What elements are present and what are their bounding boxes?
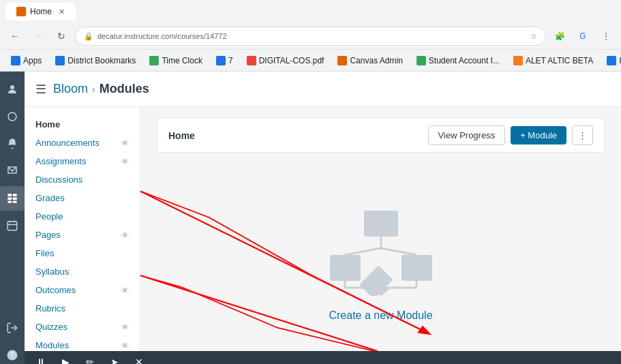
reload-button[interactable]: ↻ bbox=[52, 27, 71, 46]
play-button[interactable]: ▶ bbox=[56, 352, 75, 364]
sidebar-item-announcements[interactable]: Announcements 👁 bbox=[25, 134, 140, 152]
close-icon: ✕ bbox=[135, 357, 143, 364]
svg-point-1 bbox=[8, 112, 16, 121]
sidebar-item-pages[interactable]: Pages 👁 bbox=[25, 226, 140, 244]
hamburger-menu[interactable]: ☰ bbox=[35, 82, 46, 97]
bookmark-timeclock[interactable]: Time Clock bbox=[144, 54, 208, 67]
people-label: People bbox=[35, 211, 63, 222]
tab-close[interactable]: ✕ bbox=[59, 7, 65, 16]
tab-favicon bbox=[16, 7, 26, 16]
modules-label: Modules bbox=[35, 340, 69, 350]
nav-notifications[interactable] bbox=[0, 132, 25, 156]
nav-help[interactable]: ? bbox=[0, 343, 25, 364]
pause-icon: ⏸ bbox=[36, 357, 46, 364]
grades-label: Grades bbox=[35, 193, 65, 203]
outcomes-label: Outcomes bbox=[35, 285, 76, 295]
svg-rect-8 bbox=[7, 222, 17, 230]
svg-rect-3 bbox=[13, 194, 17, 196]
outcomes-eye-icon: 👁 bbox=[121, 286, 129, 294]
nav-history[interactable] bbox=[0, 316, 25, 340]
left-nav: ? bbox=[0, 72, 25, 364]
arrow-button[interactable]: ➤ bbox=[105, 352, 124, 364]
bookmark-apps-label: Apps bbox=[23, 56, 42, 65]
studentaccount-favicon bbox=[416, 56, 426, 65]
nav-modules[interactable] bbox=[0, 186, 25, 211]
modules-section-header: Home View Progress + Module ⋮ bbox=[157, 118, 605, 153]
profile-button[interactable]: G bbox=[573, 27, 592, 46]
sidebar-item-rubrics[interactable]: Rubrics bbox=[25, 299, 140, 318]
rubrics-label: Rubrics bbox=[35, 303, 65, 314]
course-sidebar: Home Announcements 👁 Assignments 👁 Discu… bbox=[25, 107, 140, 351]
tab-title: Home bbox=[30, 7, 52, 16]
bottom-toolbar: ⏸ ▶ ✏ ➤ ✕ bbox=[25, 351, 621, 364]
play-icon: ▶ bbox=[62, 357, 70, 364]
nav-calendar[interactable] bbox=[0, 213, 25, 238]
back-button[interactable]: ← bbox=[5, 27, 25, 46]
bookmark-district[interactable]: District Bookmarks bbox=[50, 54, 141, 67]
sidebar-item-outcomes[interactable]: Outcomes 👁 bbox=[25, 281, 140, 299]
bookmark-canvasadmin[interactable]: Canvas Admin bbox=[332, 54, 408, 67]
sidebar-item-assignments[interactable]: Assignments 👁 bbox=[25, 152, 140, 170]
bookmark-digitalcos[interactable]: DIGITAL-COS.pdf bbox=[241, 54, 330, 67]
close-button[interactable]: ✕ bbox=[130, 352, 149, 364]
pause-button[interactable]: ⏸ bbox=[31, 352, 50, 364]
canvas-layout: ? ☰ Bloom › Modules Home Announcements 👁 bbox=[0, 72, 621, 364]
files-label: Files bbox=[35, 248, 54, 258]
empty-state-illustration bbox=[327, 207, 436, 296]
star-icon[interactable]: ☆ bbox=[530, 32, 537, 41]
nav-account[interactable] bbox=[0, 77, 25, 102]
nav-inbox[interactable] bbox=[0, 159, 25, 183]
svg-line-23 bbox=[381, 248, 416, 255]
breadcrumb-course-link[interactable]: Bloom bbox=[53, 82, 88, 96]
aletaltic-favicon bbox=[513, 56, 523, 65]
svg-text:?: ? bbox=[10, 351, 14, 359]
header-actions: View Progress + Module ⋮ bbox=[428, 125, 593, 145]
extensions-button[interactable]: 🧩 bbox=[550, 27, 569, 46]
quizzes-label: Quizzes bbox=[35, 322, 67, 332]
top-bar: ☰ Bloom › Modules bbox=[25, 72, 621, 107]
sidebar-item-discussions[interactable]: Discussions bbox=[25, 170, 140, 189]
bookmark-aletaltic[interactable]: ALET ALTIC BETA bbox=[508, 54, 599, 67]
svg-rect-19 bbox=[402, 255, 432, 281]
active-tab[interactable]: Home ✕ bbox=[5, 3, 76, 20]
bookmark-canvasadmin-label: Canvas Admin bbox=[350, 56, 402, 65]
svg-rect-18 bbox=[330, 255, 361, 281]
sidebar-item-people[interactable]: People bbox=[25, 207, 140, 226]
timeclock-favicon bbox=[149, 56, 159, 65]
home-label: Home bbox=[35, 119, 60, 130]
url-text: decatur.instructure.com/courses/14772 bbox=[97, 32, 227, 40]
bookmark-apps[interactable]: Apps bbox=[5, 54, 47, 67]
apps-favicon bbox=[11, 56, 20, 65]
forward-button[interactable]: → bbox=[29, 27, 48, 46]
bookmark-7[interactable]: 7 bbox=[211, 54, 239, 67]
sidebar-item-home[interactable]: Home bbox=[25, 115, 140, 134]
brush-button[interactable]: ✏ bbox=[80, 352, 100, 364]
bookmark-studentaccount-label: Student Account I... bbox=[429, 56, 500, 65]
content-area: ☰ Bloom › Modules Home Announcements 👁 A… bbox=[25, 72, 621, 364]
nav-groups[interactable] bbox=[0, 104, 25, 129]
sidebar-item-files[interactable]: Files bbox=[25, 244, 140, 262]
brush-icon: ✏ bbox=[86, 357, 94, 364]
modules-eye-icon: 👁 bbox=[121, 342, 129, 350]
sidebar-item-grades[interactable]: Grades bbox=[25, 189, 140, 207]
assignments-label: Assignments bbox=[35, 156, 86, 166]
sidebar-item-syllabus[interactable]: Syllabus bbox=[25, 262, 140, 281]
more-options-button[interactable]: ⋮ bbox=[572, 125, 593, 145]
browser-chrome: Home ✕ ← → ↻ 🔒 decatur.instructure.com/c… bbox=[0, 0, 621, 72]
empty-state-text[interactable]: Create a new Module bbox=[329, 309, 432, 322]
address-bar[interactable]: 🔒 decatur.instructure.com/courses/14772 … bbox=[75, 27, 546, 46]
sidebar-item-modules[interactable]: Modules 👁 bbox=[25, 336, 140, 351]
bookmark-inservice[interactable]: In-Service Proposal bbox=[601, 54, 621, 67]
canvasadmin-favicon bbox=[337, 56, 347, 65]
view-progress-button[interactable]: View Progress bbox=[428, 125, 506, 145]
assignments-eye-icon: 👁 bbox=[121, 157, 129, 166]
discussions-label: Discussions bbox=[35, 175, 82, 185]
lock-icon: 🔒 bbox=[84, 32, 93, 41]
menu-button[interactable]: ⋮ bbox=[596, 27, 616, 46]
sidebar-item-quizzes[interactable]: Quizzes 👁 bbox=[25, 318, 140, 336]
arrow-icon: ➤ bbox=[110, 357, 119, 364]
section-title: Home bbox=[168, 130, 195, 141]
add-module-button[interactable]: + Module bbox=[511, 126, 566, 145]
announcements-eye-icon: 👁 bbox=[121, 139, 129, 147]
bookmark-studentaccount[interactable]: Student Account I... bbox=[411, 54, 505, 67]
